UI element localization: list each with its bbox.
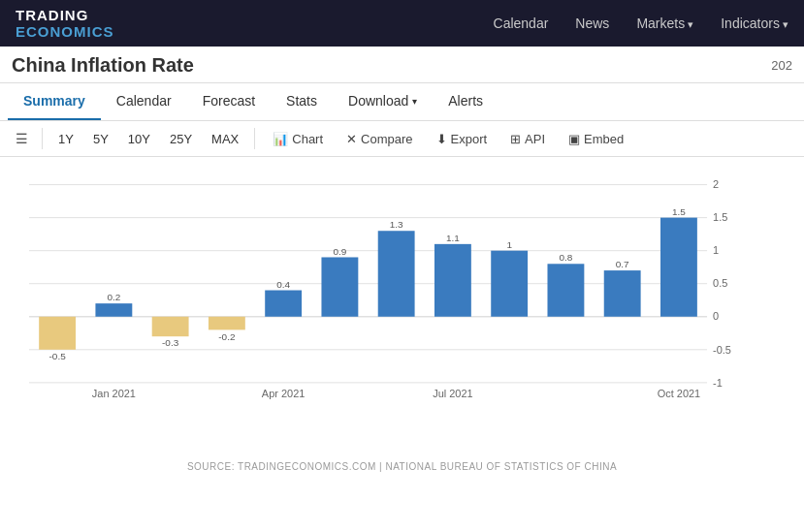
svg-text:0: 0 [713, 311, 719, 323]
svg-text:1.5: 1.5 [672, 206, 686, 217]
svg-text:Jul 2021: Jul 2021 [433, 388, 473, 399]
tab-download[interactable]: Download ▾ [333, 83, 433, 120]
svg-rect-22 [265, 291, 302, 317]
svg-rect-16 [95, 303, 132, 317]
svg-rect-14 [39, 317, 76, 350]
divider-1 [42, 128, 43, 149]
embed-icon: ▣ [568, 132, 580, 146]
nav-markets[interactable]: Markets [636, 16, 693, 31]
page-year: 202 [771, 58, 792, 73]
svg-text:Oct 2021: Oct 2021 [658, 388, 701, 399]
export-icon: ⬇ [436, 132, 447, 146]
svg-text:1.5: 1.5 [713, 212, 727, 224]
tab-alerts[interactable]: Alerts [433, 83, 498, 120]
api-action[interactable]: ⊞ API [500, 128, 555, 150]
tab-summary[interactable]: Summary [8, 83, 101, 120]
tab-forecast[interactable]: Forecast [187, 83, 271, 120]
svg-text:Apr 2021: Apr 2021 [262, 388, 306, 399]
chart-area: 21.510.50-0.5-1-0.50.2-0.3-0.20.40.91.31… [0, 157, 804, 457]
svg-text:0.5: 0.5 [713, 278, 727, 290]
svg-text:0.8: 0.8 [559, 253, 572, 264]
svg-text:-0.5: -0.5 [49, 351, 66, 361]
export-action[interactable]: ⬇ Export [427, 128, 498, 150]
svg-rect-26 [378, 231, 415, 317]
svg-rect-18 [152, 317, 189, 336]
svg-text:1.3: 1.3 [390, 220, 403, 231]
svg-text:Jan 2021: Jan 2021 [92, 388, 136, 399]
svg-text:2: 2 [713, 179, 719, 191]
nav-news[interactable]: News [575, 16, 609, 31]
chart-icon: 📊 [273, 132, 288, 146]
toolbar: ☰ 1Y 5Y 10Y 25Y MAX 📊 Chart ✕ Compare ⬇ … [0, 121, 804, 157]
embed-action[interactable]: ▣ Embed [559, 128, 633, 150]
svg-rect-20 [209, 317, 245, 330]
svg-text:-0.5: -0.5 [713, 344, 731, 356]
svg-text:-0.3: -0.3 [162, 338, 178, 349]
svg-rect-30 [491, 251, 528, 317]
bar-chart: 21.510.50-0.5-1-0.50.2-0.3-0.20.40.91.31… [19, 167, 756, 419]
nav-calendar[interactable]: Calendar [494, 16, 549, 31]
compare-icon: ✕ [346, 132, 357, 146]
download-arrow: ▾ [412, 96, 417, 107]
tab-calendar[interactable]: Calendar [101, 83, 187, 120]
svg-text:1: 1 [506, 239, 512, 250]
svg-text:0.2: 0.2 [107, 293, 120, 303]
tabs-bar: Summary Calendar Forecast Stats Download… [0, 83, 804, 121]
tab-stats[interactable]: Stats [271, 83, 333, 120]
source-text: SOURCE: TRADINGECONOMICS.COM | NATIONAL … [0, 457, 804, 478]
svg-rect-28 [434, 244, 471, 317]
period-10y[interactable]: 10Y [120, 128, 158, 150]
logo-economics: ECONOMICS [16, 23, 114, 40]
svg-text:1.1: 1.1 [446, 233, 460, 243]
period-max[interactable]: MAX [204, 128, 246, 150]
chart-action[interactable]: 📊 Chart [263, 128, 333, 150]
svg-rect-32 [547, 264, 584, 316]
logo-trading: TRADING [16, 7, 114, 23]
svg-text:0.9: 0.9 [333, 246, 346, 257]
period-5y[interactable]: 5Y [85, 128, 116, 150]
period-25y[interactable]: 25Y [162, 128, 200, 150]
svg-text:-1: -1 [713, 377, 723, 389]
compare-action[interactable]: ✕ Compare [337, 128, 422, 150]
svg-text:1: 1 [713, 245, 719, 257]
svg-text:-0.2: -0.2 [218, 331, 235, 342]
nav-links: Calendar News Markets Indicators [494, 16, 788, 31]
svg-text:0.4: 0.4 [276, 279, 291, 290]
svg-rect-36 [660, 218, 697, 317]
logo: TRADING ECONOMICS [16, 7, 114, 40]
calendar-icon-btn[interactable]: ☰ [10, 127, 34, 150]
api-icon: ⊞ [510, 132, 521, 146]
svg-text:0.7: 0.7 [616, 260, 629, 270]
period-1y[interactable]: 1Y [50, 128, 81, 150]
divider-2 [254, 128, 255, 149]
page-title: China Inflation Rate [12, 54, 194, 77]
page-header: China Inflation Rate 202 [0, 47, 804, 83]
svg-rect-24 [321, 257, 358, 316]
nav-indicators[interactable]: Indicators [721, 16, 788, 31]
svg-rect-34 [604, 270, 641, 317]
top-nav: TRADING ECONOMICS Calendar News Markets … [0, 0, 804, 47]
